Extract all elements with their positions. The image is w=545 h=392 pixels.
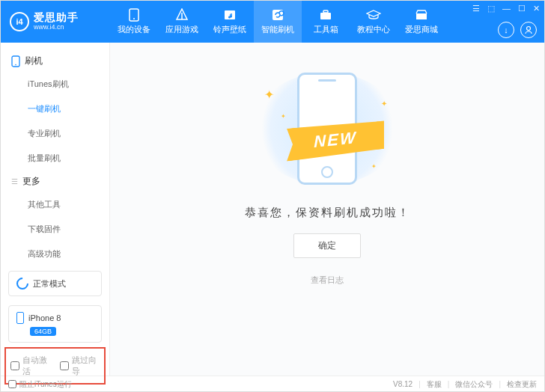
music-icon [223, 8, 237, 22]
main-panel: ✦ ✦ ✦ ✦ NEW 恭喜您，保资料刷机成功啦！ 确定 查看日志 [110, 43, 544, 376]
minimize-icon[interactable]: — [502, 4, 511, 13]
capacity-badge: 64GB [30, 327, 56, 336]
store-icon [415, 8, 428, 22]
update-link[interactable]: 检查更新 [507, 379, 537, 390]
lock-icon[interactable]: ⬚ [487, 4, 495, 13]
user-icon[interactable] [520, 22, 537, 38]
flash-icon [271, 8, 284, 22]
tutorial-icon [366, 8, 381, 22]
svg-point-9 [15, 64, 16, 65]
svg-rect-4 [320, 13, 331, 19]
side-itunes-flash[interactable]: iTunes刷机 [1, 72, 109, 97]
illustration: ✦ ✦ ✦ ✦ NEW [245, 65, 409, 192]
window-controls: ☰ ⬚ — ☐ ✕ [472, 4, 540, 13]
nav-tabs: 我的设备 应用游戏 铃声壁纸 智能刷机 工具箱 教程中心 爱思商城 [110, 1, 445, 43]
section-flash: 刷机 [1, 50, 109, 72]
maximize-icon[interactable]: ☐ [518, 4, 526, 13]
menu-icon[interactable]: ☰ [472, 4, 480, 13]
side-batch-flash[interactable]: 批量刷机 [1, 146, 109, 171]
phone-mini-icon [16, 312, 24, 324]
svg-rect-5 [323, 10, 328, 13]
svg-rect-6 [416, 13, 427, 19]
device-name: iPhone 8 [28, 313, 61, 322]
auto-activate-check[interactable]: 自动激活 [10, 355, 51, 377]
device-icon [129, 8, 139, 22]
sidebar: 刷机 iTunes刷机 一键刷机 专业刷机 批量刷机 ☰ 更多 其他工具 下载固… [1, 43, 110, 376]
mode-icon [14, 275, 31, 293]
app-title: 爱思助手 [34, 12, 79, 23]
block-itunes-check[interactable]: 阻止iTunes运行 [8, 379, 72, 390]
svg-point-1 [133, 18, 135, 19]
logo-icon: i4 [10, 12, 29, 31]
side-download-fw[interactable]: 下载固件 [1, 217, 109, 242]
side-pro-flash[interactable]: 专业刷机 [1, 121, 109, 146]
device-box[interactable]: iPhone 8 64GB [8, 305, 102, 343]
app-url: www.i4.cn [34, 24, 79, 31]
nav-toolbox[interactable]: 工具箱 [302, 1, 350, 43]
side-advanced[interactable]: 高级功能 [1, 242, 109, 266]
view-log-link[interactable]: 查看日志 [311, 275, 344, 286]
toolbox-icon [319, 8, 332, 22]
burger-icon: ☰ [11, 177, 18, 186]
side-oneclick-flash[interactable]: 一键刷机 [1, 97, 109, 121]
nav-apps[interactable]: 应用游戏 [158, 1, 206, 43]
close-icon[interactable]: ✕ [533, 4, 540, 13]
success-message: 恭喜您，保资料刷机成功啦！ [245, 206, 410, 220]
nav-tutorial[interactable]: 教程中心 [350, 1, 398, 43]
version-label: V8.12 [393, 380, 412, 388]
support-link[interactable]: 客服 [427, 379, 442, 390]
nav-flash[interactable]: 智能刷机 [254, 1, 302, 43]
side-other-tools[interactable]: 其他工具 [1, 192, 109, 217]
wechat-link[interactable]: 微信公众号 [455, 379, 493, 390]
skip-guide-check[interactable]: 跳过向导 [60, 355, 100, 377]
nav-store[interactable]: 爱思商城 [398, 1, 445, 43]
svg-point-7 [527, 27, 531, 31]
apps-icon [175, 8, 189, 22]
nav-ringtone[interactable]: 铃声壁纸 [206, 1, 254, 43]
section-more: ☰ 更多 [1, 171, 109, 192]
download-icon[interactable]: ↓ [498, 22, 514, 38]
mode-box[interactable]: 正常模式 [8, 271, 102, 296]
logo[interactable]: i4 爱思助手 www.i4.cn [1, 12, 110, 31]
phone-icon [11, 55, 20, 67]
header: i4 爱思助手 www.i4.cn 我的设备 应用游戏 铃声壁纸 智能刷机 工具… [1, 1, 544, 43]
ok-button[interactable]: 确定 [293, 233, 361, 258]
nav-my-device[interactable]: 我的设备 [110, 1, 158, 43]
